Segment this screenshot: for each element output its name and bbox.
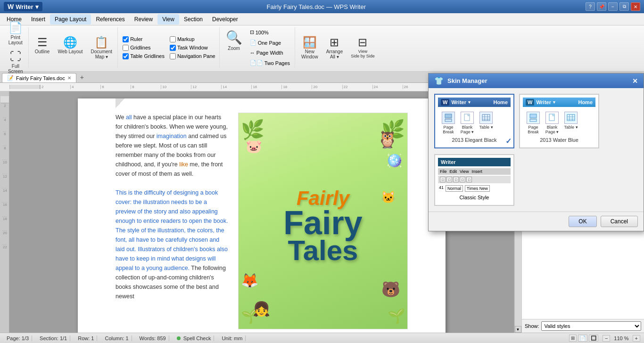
v-ruler-10: 10 — [2, 160, 7, 174]
skin-page-break-1: Page Break — [440, 112, 457, 134]
menu-section[interactable]: Section — [179, 14, 207, 24]
page-break-label-1b: Break — [443, 130, 454, 134]
dialog-buttons: OK Cancel — [429, 212, 644, 231]
unit-info: Unit: mm — [222, 335, 242, 341]
elegant-icons: Page Break Blank Page ▾ Table ▾ — [438, 109, 511, 135]
page-width-btn[interactable]: ↔ Page Width — [247, 49, 293, 57]
toolbar-checkboxes-group: Ruler Gridlines Table Gridlines Markup — [119, 27, 220, 68]
view-icon-2[interactable]: 📄 — [578, 335, 587, 342]
ruler-5: 10 — [161, 85, 191, 89]
ruler-checkbox[interactable] — [123, 36, 129, 42]
status-unit: Unit: mm — [219, 335, 246, 341]
menu-review[interactable]: Review — [130, 14, 157, 24]
zoom-btn[interactable]: 🔍 Zoom — [223, 28, 246, 67]
app-logo[interactable]: W Writer ▾ — [4, 2, 42, 11]
two-pages-icon: 📄📄 — [250, 60, 263, 66]
markup-checkbox[interactable] — [170, 36, 176, 42]
print-layout-label2: Layout — [8, 40, 23, 45]
app-dropdown-icon[interactable]: ▾ — [35, 3, 39, 10]
gridlines-checkbox-row: Gridlines — [123, 45, 165, 51]
ruler-8: 16 — [251, 85, 281, 89]
menu-developer[interactable]: Developer — [207, 14, 243, 24]
style-panel-footer: Show: Valid styles — [522, 319, 644, 333]
disco-ball: 🪩 — [386, 151, 403, 171]
zoom-plus[interactable]: + — [633, 335, 640, 342]
gridlines-checkbox[interactable] — [123, 45, 129, 51]
shirt-icon: 👕 — [434, 76, 444, 85]
skin-table-2: Table ▾ — [562, 112, 579, 134]
ruler-label: Ruler — [130, 36, 142, 42]
add-tab-btn[interactable]: + — [76, 72, 88, 82]
menu-view[interactable]: View — [157, 14, 179, 24]
maximize-btn[interactable]: ⧉ — [619, 2, 629, 11]
close-btn[interactable]: ✕ — [631, 2, 640, 11]
zoom-100-btn[interactable]: ⊡ 100% — [247, 28, 293, 37]
show-select[interactable]: Valid styles — [541, 321, 641, 331]
blank-page-label-2: Blank — [547, 125, 558, 130]
skin-manager-close-btn[interactable]: ✕ — [632, 77, 638, 85]
view-side-btn[interactable]: ⊟ ViewSide by Side — [347, 34, 378, 62]
skin-classic[interactable]: Writer File Edit View Insert □ □ □ □ □ 4… — [434, 154, 514, 206]
toolbar-zoom-group: 🔍 Zoom ⊡ 100% 📄 One Page ↔ Page Width 📄📄 — [221, 27, 295, 68]
view-icon-3[interactable]: 🔲 — [589, 335, 598, 342]
skin-water-blue[interactable]: W Writer ▾ Home Page Break Blank — [519, 94, 599, 148]
menu-insert[interactable]: Insert — [26, 14, 50, 24]
help-btn[interactable]: ? — [586, 2, 595, 11]
tab-fairly-fairy[interactable]: 📝 Fairly Fairy Tales.doc ✕ — [2, 73, 76, 82]
tab-close-btn[interactable]: ✕ — [67, 75, 71, 81]
two-pages-btn[interactable]: 📄📄 Two Pages — [247, 58, 293, 67]
status-section-info: Section: 1/1 — [37, 335, 70, 341]
classic-toolbar: □ □ □ □ □ — [438, 176, 511, 183]
row-info: Row: 1 — [78, 335, 94, 341]
skin-manager-dialog: 👕 Skin Manager ✕ W Writer ▾ Home Page — [428, 73, 644, 231]
arrange-all-label2: All ▾ — [330, 54, 339, 59]
v-ruler-16: 16 — [2, 202, 7, 216]
ruler-2: 4 — [70, 85, 100, 89]
window-controls: ? 📌 − ⧉ ✕ — [586, 2, 640, 11]
skin-home-1: Home — [493, 99, 508, 105]
web-layout-btn[interactable]: 🌐 Web Layout — [54, 34, 86, 62]
status-row: Row: 1 — [75, 335, 97, 341]
one-page-btn[interactable]: 📄 One Page — [247, 38, 293, 47]
outline-btn[interactable]: ☰ Outline — [32, 34, 53, 62]
skin-manager-title-row: 👕 Skin Manager — [434, 76, 487, 85]
ruler-3: 6 — [100, 85, 131, 89]
skin-w-logo-1: W — [441, 99, 449, 106]
v-ruler-18: 18 — [2, 216, 7, 230]
ruler-10: 20 — [312, 85, 342, 89]
pin-btn[interactable]: 📌 — [597, 2, 606, 11]
skin-page-break-2: Page Break — [525, 112, 542, 134]
column-info: Column: 1 — [105, 335, 128, 341]
menu-references[interactable]: References — [91, 14, 129, 24]
arrange-all-btn[interactable]: ⊞ Arrange All ▾ — [323, 34, 347, 62]
document-map-icon: 📋 — [94, 36, 108, 49]
minimize-btn[interactable]: − — [608, 2, 618, 11]
menu-page-layout[interactable]: Page Layout — [50, 14, 91, 24]
character-girl: 👧 — [253, 298, 270, 319]
new-window-btn[interactable]: 🪟 New Window — [298, 34, 322, 62]
classic-file: File — [440, 169, 447, 174]
page: 🌿 🌿 🌱 🌱 🦉 🐷 🪩 🦊 🐻 👧 🐱 Fairly — [78, 98, 446, 333]
nav-pane-checkbox[interactable] — [170, 53, 176, 59]
page-width-icon: ↔ — [250, 50, 255, 56]
status-spell[interactable]: Spell Check — [174, 335, 215, 341]
ruler-9: 18 — [281, 85, 312, 89]
view-icon-1[interactable]: ⊞ — [569, 335, 577, 342]
document-map-btn[interactable]: 📋 Document Map ▾ — [88, 34, 116, 62]
table-gridlines-checkbox[interactable] — [123, 53, 129, 59]
document-map-label: Document — [91, 49, 113, 54]
task-window-checkbox[interactable] — [170, 45, 176, 51]
words-info: Words: 859 — [140, 335, 166, 341]
full-screen-btn[interactable]: ⛶ Full Screen — [5, 48, 26, 76]
print-layout-btn[interactable]: 📄 Print Layout — [5, 19, 26, 47]
skin-dropdown-1: ▾ — [468, 100, 471, 105]
scroll-down-btn[interactable]: ▼ — [515, 326, 521, 333]
zoom-minus[interactable]: − — [603, 335, 610, 342]
markup-label: Markup — [177, 36, 195, 42]
cancel-button[interactable]: Cancel — [601, 216, 638, 227]
skin-blank-page-1: Blank Page ▾ — [459, 112, 476, 134]
skin-elegant-black[interactable]: W Writer ▾ Home Page Break B — [434, 94, 514, 148]
ok-button[interactable]: OK — [569, 216, 596, 227]
classic-edit: Edit — [450, 169, 457, 174]
document-map-label2: Map ▾ — [95, 54, 108, 59]
